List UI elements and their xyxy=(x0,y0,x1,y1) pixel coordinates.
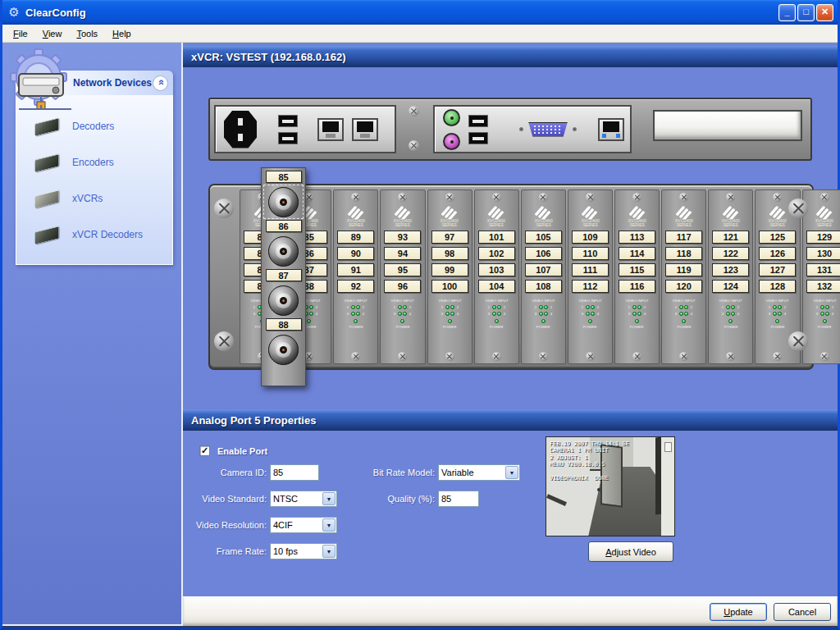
port-label-91[interactable]: 91 xyxy=(337,263,374,276)
port-label-95[interactable]: 95 xyxy=(384,263,421,276)
collapse-chevron-icon[interactable]: » xyxy=(153,75,168,91)
bnc-port-86[interactable]: 86 xyxy=(263,220,304,269)
port-label-93[interactable]: 93 xyxy=(384,231,421,244)
rack-card-101-104[interactable]: XVCD400SERIES101102103104VIDEO INPUT1234… xyxy=(474,189,519,364)
port-label-85[interactable]: 85 xyxy=(266,171,302,183)
port-label-89[interactable]: 89 xyxy=(337,231,374,244)
video-input-led xyxy=(820,312,824,316)
select-value: 4CIF xyxy=(271,520,322,530)
cancel-button[interactable]: Cancel xyxy=(774,603,831,621)
sidebar-item-encoders[interactable]: Encoders xyxy=(16,144,172,180)
menu-file[interactable]: File xyxy=(6,26,35,41)
update-button[interactable]: Update xyxy=(710,603,767,621)
sidebar-item-xvcrs[interactable]: xVCRs xyxy=(16,180,172,217)
card-series-label: XVCD400SERIES xyxy=(628,219,646,225)
port-label-102[interactable]: 102 xyxy=(478,247,515,260)
power-led xyxy=(775,319,779,323)
enable-port-checkbox[interactable]: ✓ xyxy=(199,445,210,456)
video-input-led xyxy=(356,305,360,309)
port-label-96[interactable]: 96 xyxy=(384,280,421,293)
power-block: POWER xyxy=(344,319,368,330)
video-resolution-select[interactable]: 4CIF▼ xyxy=(270,517,337,533)
port-label-101[interactable]: 101 xyxy=(478,231,515,244)
adjust-video-button[interactable]: Adjust Video xyxy=(588,541,673,562)
port-label-103[interactable]: 103 xyxy=(478,263,515,276)
video-input-led xyxy=(492,305,496,309)
field-row-video-standard: Video Standard:NTSC▼ xyxy=(183,491,337,507)
bnc-connector-icon[interactable] xyxy=(268,285,299,316)
port-label-86[interactable]: 86 xyxy=(266,220,302,232)
port-label-118[interactable]: 118 xyxy=(665,247,702,260)
menu-help[interactable]: Help xyxy=(105,26,139,41)
port-label-122[interactable]: 122 xyxy=(712,247,749,260)
port-label-99[interactable]: 99 xyxy=(431,263,468,276)
port-label-113[interactable]: 113 xyxy=(619,231,655,244)
minimize-button[interactable]: _ xyxy=(778,4,796,21)
field-label: Frame Rate: xyxy=(183,546,267,556)
rack-card-121-124[interactable]: XVCD400SERIES121122123124VIDEO INPUT1234… xyxy=(708,189,753,364)
menu-view[interactable]: View xyxy=(35,26,70,41)
chevron-down-icon[interactable]: ▼ xyxy=(505,466,518,479)
camera-id-input[interactable]: 85 xyxy=(270,464,319,481)
bnc-selection-zone xyxy=(263,332,304,367)
port-label-111[interactable]: 111 xyxy=(572,263,609,276)
port-label-100[interactable]: 100 xyxy=(431,280,468,293)
port-label-112[interactable]: 112 xyxy=(572,280,609,293)
port-label-92[interactable]: 92 xyxy=(337,280,374,293)
bnc-connector-icon[interactable] xyxy=(268,187,299,217)
bnc-port-88[interactable]: 88 xyxy=(263,318,304,368)
port-label-119[interactable]: 119 xyxy=(665,263,702,276)
rack-card-109-112[interactable]: XVCD400SERIES109110111112VIDEO INPUT1234… xyxy=(568,189,613,364)
port-label-110[interactable]: 110 xyxy=(572,247,609,260)
close-button[interactable]: ✕ xyxy=(816,4,833,21)
bnc-port-87[interactable]: 87 xyxy=(263,269,304,318)
quality-input[interactable]: 85 xyxy=(438,491,479,507)
bnc-port-85[interactable]: 85 xyxy=(263,171,304,220)
port-label-97[interactable]: 97 xyxy=(431,231,468,244)
port-label-123[interactable]: 123 xyxy=(712,263,749,276)
port-label-98[interactable]: 98 xyxy=(431,247,468,260)
field-row-frame-rate: Frame Rate:10 fps▼ xyxy=(183,543,337,559)
video-input-block: VIDEO INPUT1234 xyxy=(335,297,377,317)
chevron-down-icon[interactable]: ▼ xyxy=(322,518,336,532)
port-label-120[interactable]: 120 xyxy=(665,280,702,293)
port-label-108[interactable]: 108 xyxy=(525,280,562,293)
power-block: POWER xyxy=(531,319,555,330)
port-label-107[interactable]: 107 xyxy=(525,263,562,276)
port-label-105[interactable]: 105 xyxy=(525,231,562,244)
rack-card-117-120[interactable]: XVCD400SERIES117118119120VIDEO INPUT1234… xyxy=(661,189,706,364)
port-label-104[interactable]: 104 xyxy=(478,280,515,293)
maximize-button[interactable]: □ xyxy=(797,4,815,21)
rack-card-97-100[interactable]: XVCD400SERIES979899100VIDEO INPUT1234POW… xyxy=(427,189,472,364)
port-label-90[interactable]: 90 xyxy=(337,247,374,260)
port-label-87[interactable]: 87 xyxy=(266,269,302,281)
port-label-115[interactable]: 115 xyxy=(619,263,655,276)
port-label-117[interactable]: 117 xyxy=(665,231,702,244)
power-led xyxy=(541,319,546,323)
sidebar-item-xvcr-decoders[interactable]: xVCR Decoders xyxy=(16,217,172,253)
video-standard-select[interactable]: NTSC▼ xyxy=(270,491,337,507)
series-logo-icon xyxy=(580,203,600,219)
port-label-124[interactable]: 124 xyxy=(712,280,749,293)
pulled-card-ports-85-88[interactable]: 85868788 xyxy=(261,167,306,386)
port-label-88[interactable]: 88 xyxy=(266,318,302,331)
screw-icon xyxy=(632,352,641,361)
bnc-connector-icon[interactable] xyxy=(268,236,299,267)
rack-card-113-116[interactable]: XVCD400SERIES113114115116VIDEO INPUT1234… xyxy=(614,189,660,364)
rack-card-105-108[interactable]: XVCD400SERIES105106107108VIDEO INPUT1234… xyxy=(521,189,566,364)
bit-rate-model-select[interactable]: Variable▼ xyxy=(438,464,520,481)
rack-card-93-96[interactable]: XVCD400SERIES93949596VIDEO INPUT1234POWE… xyxy=(380,189,425,364)
port-label-121[interactable]: 121 xyxy=(712,231,749,244)
bnc-connector-icon[interactable] xyxy=(268,335,299,365)
frame-rate-select[interactable]: 10 fps▼ xyxy=(270,543,337,559)
chevron-down-icon[interactable]: ▼ xyxy=(322,492,336,505)
port-label-106[interactable]: 106 xyxy=(525,247,562,260)
rack-card-89-92[interactable]: XVCD400SERIES89909192VIDEO INPUT1234POWE… xyxy=(333,189,378,364)
port-label-109[interactable]: 109 xyxy=(572,231,609,244)
port-label-114[interactable]: 114 xyxy=(619,247,655,260)
video-input-led xyxy=(398,305,402,309)
port-label-116[interactable]: 116 xyxy=(619,280,655,293)
chevron-down-icon[interactable]: ▼ xyxy=(322,545,336,558)
menu-tools[interactable]: Tools xyxy=(69,26,105,41)
port-label-94[interactable]: 94 xyxy=(384,247,421,260)
